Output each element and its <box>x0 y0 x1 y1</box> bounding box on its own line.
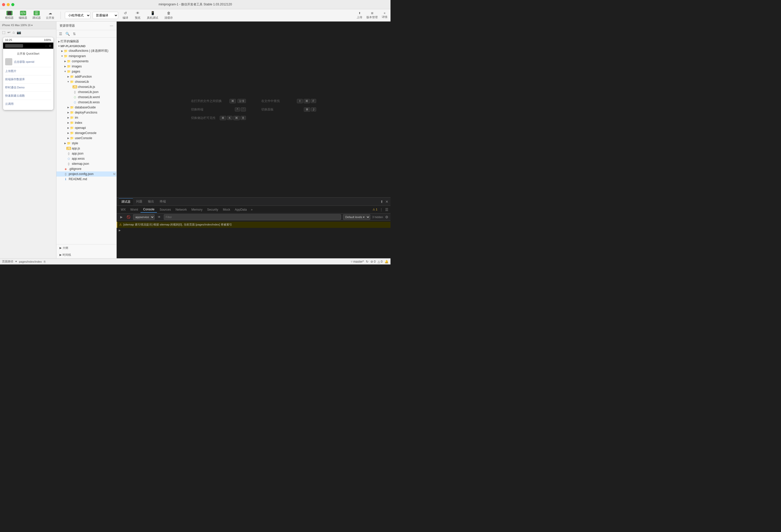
console-execute-button[interactable]: ▶ <box>119 215 124 220</box>
tree-item-miniprogram[interactable]: ▼ 📁 miniprogram <box>56 53 116 59</box>
tree-item-databaseguide[interactable]: ▶ 📁 databaseGuide <box>56 105 116 110</box>
tree-item-im[interactable]: ▶ 📁 im <box>56 115 116 120</box>
tree-item-index[interactable]: ▶ 📁 index <box>56 120 116 125</box>
tree-item-chooselib-js[interactable]: ▶ JS chooseLib.js <box>56 84 116 89</box>
phone-upload-item[interactable]: 上传图片 <box>5 67 51 75</box>
root-folder[interactable]: ▼ MP-PLAYGROUND <box>56 44 116 48</box>
tree-item-components[interactable]: ▶ 📁 components <box>56 59 116 64</box>
mode-select[interactable]: 小程序模式 插件模式 <box>65 12 90 19</box>
subtab-wx[interactable]: WX <box>119 207 128 213</box>
editor-button[interactable]: </> 编辑器 <box>17 10 29 21</box>
subtab-console[interactable]: Console <box>140 207 157 213</box>
subtab-mock[interactable]: Mock <box>221 207 232 213</box>
phone-cloud-item[interactable]: 云调用 <box>5 100 51 108</box>
explorer-toolbar: ☰ 🔍 ⇅ <box>56 30 116 38</box>
tab-issues[interactable]: 问题 <box>134 198 145 205</box>
errors-button[interactable]: ⊘ 0 <box>370 260 376 263</box>
subtab-wxml[interactable]: Wxml <box>128 207 140 213</box>
console-settings-button[interactable]: ⚙ <box>385 215 388 219</box>
minimize-button[interactable] <box>7 3 10 6</box>
tree-item-readme[interactable]: ▶ ℹ README.md <box>56 177 116 182</box>
tree-item-project-config[interactable]: ▶ {} project.config.json M <box>56 171 116 177</box>
subtab-memory[interactable]: Memory <box>189 207 204 213</box>
compile-select[interactable]: 普通编译 自定义编译 <box>92 12 118 19</box>
tree-item-style[interactable]: ▶ 📁 style <box>56 141 116 146</box>
tree-item-app-json[interactable]: ▶ {} app.json <box>56 151 116 156</box>
devtools-expand-button[interactable]: ⬆ <box>380 200 383 204</box>
close-button[interactable] <box>2 3 5 6</box>
phone-avatar <box>5 58 12 65</box>
tab-debugger[interactable]: 调试器 <box>119 198 133 205</box>
copy-path-button[interactable]: ⎘ <box>44 260 46 263</box>
tree-item-chooselib[interactable]: ▼ 📁 chooseLib <box>56 79 116 84</box>
tree-item-sitemap[interactable]: ▶ {} sitemap.json <box>56 161 116 166</box>
screenshot-button[interactable]: 📷 <box>17 30 21 34</box>
console-eye-button[interactable]: 👁 <box>157 215 162 220</box>
refresh-button[interactable]: ↺ 编译 <box>120 10 130 21</box>
subtab-settings-button[interactable]: ☰ <box>385 208 388 212</box>
phone-get-openid[interactable]: 点击获取 openid <box>14 60 34 64</box>
real-debug-button[interactable]: 📱 真机调试 <box>145 10 160 21</box>
tree-item-pages[interactable]: ▼ 📁 pages <box>56 69 116 74</box>
subtab-network[interactable]: Network <box>173 207 189 213</box>
tree-item-addfunction[interactable]: ▶ 📁 addFunction <box>56 74 116 79</box>
explorer-sort-button[interactable]: ⇅ <box>72 31 76 36</box>
open-editors-section[interactable]: ▶ 打开的编辑器 <box>56 39 116 44</box>
explorer-file-list-icon[interactable]: ☰ <box>58 31 63 36</box>
tree-item-images[interactable]: ▶ 📁 images <box>56 64 116 69</box>
sync-button[interactable]: ↻ <box>366 260 368 263</box>
back-button[interactable]: ↩ <box>7 30 10 34</box>
tree-item-chooselib-wxml[interactable]: ▶ ⬡ chooseLib.wxml <box>56 95 116 100</box>
tree-item-gitignore[interactable]: ▶ ◈ .gitignore <box>56 166 116 171</box>
tree-item-app-wxss[interactable]: ▶ ⬡ app.wxss <box>56 156 116 161</box>
phone-nav-bar: ··· ⊙ <box>3 43 53 49</box>
tree-item-cloudfunctions[interactable]: ▶ 📁 cloudfunctions | (未选择环境) <box>56 48 116 53</box>
explorer-search-button[interactable]: 🔍 <box>65 31 70 36</box>
clear-cache-button[interactable]: 🗑 清缓存 <box>162 10 175 21</box>
tab-terminal[interactable]: 终端 <box>157 198 168 205</box>
detail-button[interactable]: ≡ 详情 <box>382 11 387 19</box>
home-button[interactable]: ⌂ <box>12 30 14 34</box>
upload-button[interactable]: ⬆ 上传 <box>357 11 362 19</box>
phone-func-item[interactable]: 快速新建云函数 <box>5 92 51 100</box>
phone-im-item[interactable]: 即时通信 Demo <box>5 84 51 92</box>
outline-section[interactable]: ▶ 大纲 <box>56 245 116 252</box>
debugger-button[interactable]: ☰ 调试器 <box>30 10 43 21</box>
console-source-select[interactable]: appservice webview <box>133 214 155 220</box>
cloud-dev-button[interactable]: ☁ 云开发 <box>44 10 56 21</box>
key-f-1: F <box>311 99 316 103</box>
tree-item-chooselib-json[interactable]: ▶ {} chooseLib.json <box>56 89 116 95</box>
key-backtick-2: ` <box>241 107 246 112</box>
device-select[interactable]: iPhone XS Max 100% 16 ▾ <box>2 24 33 27</box>
subtab-more[interactable]: » <box>249 207 254 213</box>
tree-item-deployfunctions[interactable]: ▶ 📁 deployFunctions <box>56 110 116 115</box>
subtab-sources[interactable]: Sources <box>157 207 173 213</box>
images-arrow: ▶ <box>64 65 67 68</box>
tree-item-userconsole[interactable]: ▶ 📁 userConsole <box>56 136 116 141</box>
tree-item-chooselib-wxss[interactable]: ▶ ⬡ chooseLib.wxss <box>56 100 116 105</box>
git-branch-button[interactable]: ⑂ master* <box>351 260 364 263</box>
version-mgmt-button[interactable]: ⊞ 版本管理 <box>366 11 378 19</box>
tree-item-app-js[interactable]: ▶ JS app.js <box>56 146 116 151</box>
console-clear-button[interactable]: 🚫 <box>126 215 131 220</box>
subtab-options-button[interactable]: ⋮ <box>379 208 383 212</box>
maximize-button[interactable] <box>11 3 14 6</box>
preview-button[interactable]: 👁 预览 <box>132 10 143 21</box>
notification-button[interactable]: 🔔 <box>384 260 388 263</box>
simulator-button[interactable]: ⬛ 模拟器 <box>3 10 16 21</box>
rotate-button[interactable]: ⬚ <box>2 30 5 34</box>
console-level-select[interactable]: Default levels ▾ <box>343 214 370 220</box>
phone-db-item[interactable]: 前端操作数据库 <box>5 75 51 84</box>
tree-item-storageconsole[interactable]: ▶ 📁 storageConsole <box>56 130 116 136</box>
warnings-button[interactable]: △ 0 <box>378 260 382 263</box>
console-expand-arrow[interactable]: ▶ <box>119 229 121 232</box>
tab-output[interactable]: 输出 <box>146 198 157 205</box>
explorer-more-button[interactable]: ⋯ <box>110 24 113 28</box>
addfunction-arrow: ▶ <box>67 75 70 78</box>
subtab-security[interactable]: Security <box>205 207 220 213</box>
timeline-section[interactable]: ▶ 时间线 <box>56 252 116 258</box>
subtab-appdata[interactable]: AppData <box>233 207 249 213</box>
console-filter-input[interactable] <box>164 214 341 220</box>
devtools-close-button[interactable]: ✕ <box>385 200 388 204</box>
tree-item-openapi[interactable]: ▶ 📁 openapi <box>56 125 116 130</box>
